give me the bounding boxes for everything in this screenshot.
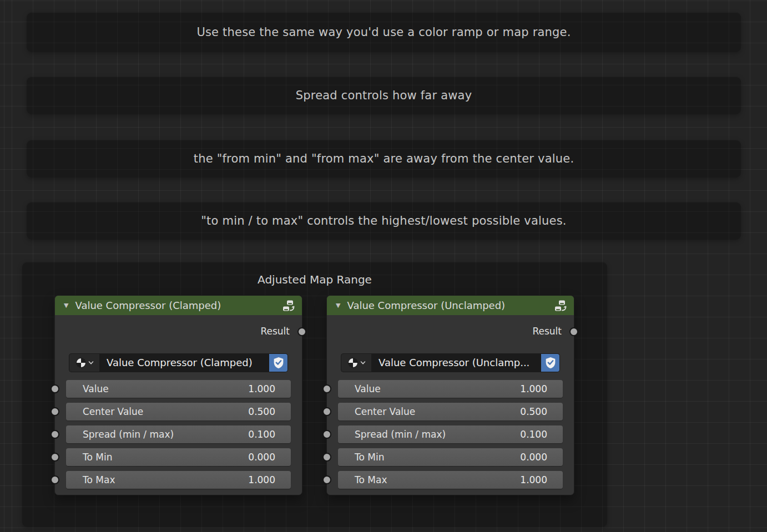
slider-value: 1.000: [248, 383, 275, 394]
slider-label: To Max: [355, 474, 387, 485]
input-socket-value[interactable]: [322, 384, 331, 393]
note-frame-label: Spread controls how far away: [296, 89, 472, 102]
note-frame-3[interactable]: the "from min" and "from max" are away f…: [27, 140, 741, 178]
slider-label: To Max: [83, 474, 115, 485]
note-frame-4[interactable]: "to min / to max" controls the highest/l…: [27, 202, 741, 240]
value-slider[interactable]: To Min 0.000: [338, 448, 563, 466]
note-frame-label: "to min / to max" controls the highest/l…: [201, 214, 566, 227]
output-label-result: Result: [260, 326, 290, 337]
browse-nodetree-button[interactable]: [69, 353, 99, 372]
slider-value: 1.000: [520, 474, 547, 485]
chevron-down-icon: [360, 361, 366, 365]
value-slider[interactable]: Spread (min / max) 0.100: [338, 425, 563, 443]
collapse-triangle-icon[interactable]: ▼: [336, 302, 340, 308]
slider-label: Spread (min / max): [83, 429, 174, 440]
node-title: Value Compressor (Unclamped): [347, 300, 505, 311]
shield-check-icon: [273, 357, 284, 369]
slider-value: 0.000: [248, 452, 275, 463]
node-group-selector: Value Compressor (Unclamp...: [341, 353, 560, 372]
slider-value: 0.100: [248, 429, 275, 440]
slider-value: 0.000: [520, 452, 547, 463]
slider-label: Spread (min / max): [355, 429, 446, 440]
frame-title: Adjusted Map Range: [22, 262, 607, 286]
nodetree-sphere-icon: [75, 357, 87, 368]
input-socket-center-value[interactable]: [51, 407, 59, 416]
output-socket-result[interactable]: [569, 327, 578, 336]
nodetree-sphere-icon: [347, 357, 359, 368]
input-socket-to-min[interactable]: [322, 453, 331, 462]
node-value-compressor-unclamped[interactable]: ▼ Value Compressor (Unclamped) Result Va…: [326, 295, 574, 495]
value-slider[interactable]: Spread (min / max) 0.100: [66, 425, 291, 443]
note-frame-1[interactable]: Use these the same way you'd use a color…: [27, 12, 741, 52]
input-socket-spread[interactable]: [51, 430, 59, 439]
slider-value: 1.000: [248, 474, 275, 485]
slider-label: Center Value: [83, 406, 143, 417]
value-slider[interactable]: To Max 1.000: [66, 471, 291, 489]
node-editor-canvas: { "app": "Blender Node Editor", "colors"…: [0, 0, 767, 532]
slider-label: Center Value: [355, 406, 415, 417]
input-socket-spread[interactable]: [322, 430, 331, 439]
node-inputs: Value 1.000 Center Value 0.500 Spread (m…: [66, 380, 291, 494]
value-slider[interactable]: Center Value 0.500: [338, 403, 563, 420]
slider-value: 0.100: [520, 429, 547, 440]
slider-label: To Min: [355, 452, 384, 463]
value-slider[interactable]: Value 1.000: [66, 380, 291, 398]
node-header[interactable]: ▼ Value Compressor (Clamped): [55, 296, 302, 315]
node-value-compressor-clamped[interactable]: ▼ Value Compressor (Clamped) Result Valu…: [54, 295, 302, 495]
node-group-selector: Value Compressor (Clamped): [69, 353, 288, 372]
note-frame-label: Use these the same way you'd use a color…: [196, 26, 571, 39]
nodegroup-name-field[interactable]: Value Compressor (Clamped): [99, 353, 269, 372]
output-label-result: Result: [532, 326, 562, 337]
node-header[interactable]: ▼ Value Compressor (Unclamped): [327, 296, 574, 315]
fake-user-shield-button[interactable]: [541, 353, 560, 372]
value-slider[interactable]: Value 1.000: [338, 380, 563, 398]
fake-user-shield-button[interactable]: [269, 353, 288, 372]
note-frame-label: the "from min" and "from max" are away f…: [194, 152, 574, 165]
input-socket-to-max[interactable]: [51, 475, 59, 484]
input-socket-to-max[interactable]: [322, 475, 331, 484]
note-frame-2[interactable]: Spread controls how far away: [27, 77, 741, 114]
output-socket-result[interactable]: [297, 327, 306, 336]
slider-value: 0.500: [520, 406, 547, 417]
nodegroup-name-field[interactable]: Value Compressor (Unclamp...: [371, 353, 541, 372]
slider-label: To Min: [83, 452, 112, 463]
browse-nodetree-button[interactable]: [341, 353, 371, 372]
slider-label: Value: [355, 383, 381, 394]
value-slider[interactable]: To Min 0.000: [66, 448, 291, 466]
slider-value: 0.500: [248, 406, 275, 417]
input-socket-to-min[interactable]: [51, 453, 59, 462]
value-slider[interactable]: To Max 1.000: [338, 471, 563, 489]
slider-label: Value: [83, 383, 109, 394]
input-socket-center-value[interactable]: [322, 407, 331, 416]
collapse-triangle-icon[interactable]: ▼: [64, 302, 68, 308]
node-title: Value Compressor (Clamped): [75, 300, 221, 311]
slider-value: 1.000: [520, 383, 547, 394]
node-inputs: Value 1.000 Center Value 0.500 Spread (m…: [338, 380, 563, 494]
datablock-group-icon: [282, 299, 295, 312]
datablock-group-icon: [554, 299, 567, 312]
chevron-down-icon: [88, 361, 94, 365]
shield-check-icon: [545, 357, 556, 369]
input-socket-value[interactable]: [51, 384, 59, 393]
value-slider[interactable]: Center Value 0.500: [66, 403, 291, 420]
